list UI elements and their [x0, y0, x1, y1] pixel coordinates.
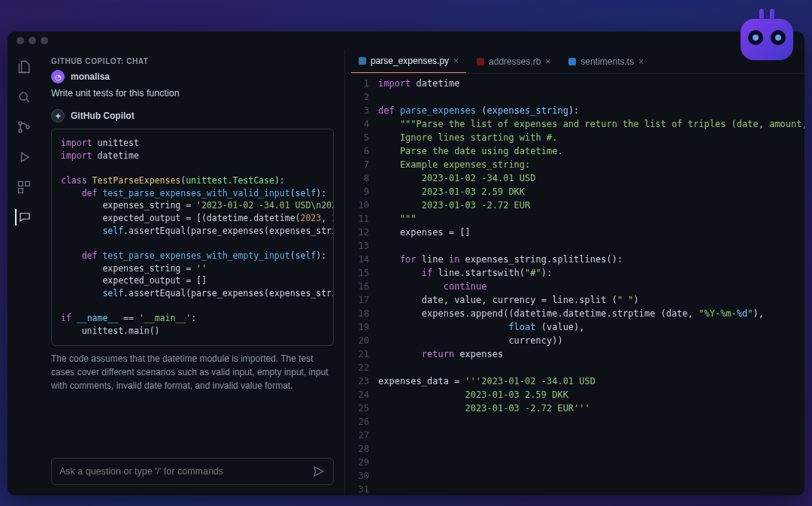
- debug-icon[interactable]: [16, 149, 32, 165]
- svg-rect-11: [19, 182, 23, 186]
- copilot-avatar-icon: ✦: [51, 109, 65, 123]
- ts-icon: [568, 58, 576, 65]
- chat-panel-title: GITHUB COPILOT: CHAT: [41, 50, 344, 70]
- extensions-icon[interactable]: [16, 179, 32, 195]
- close-icon[interactable]: ×: [545, 56, 550, 67]
- chat-user-message: ◔ monalisa Write unit tests for this fun…: [51, 70, 334, 98]
- svg-rect-13: [19, 189, 23, 193]
- source-control-icon[interactable]: [16, 119, 32, 135]
- svg-point-10: [26, 126, 29, 129]
- tab-label: addresses.rb: [489, 56, 541, 67]
- chat-input-container: [51, 458, 334, 485]
- files-icon[interactable]: [16, 59, 32, 75]
- svg-rect-12: [26, 182, 30, 186]
- copilot-mascot-icon: [729, 0, 804, 75]
- user-message-text: Write unit tests for this function: [51, 88, 334, 98]
- user-avatar-icon: ◔: [51, 70, 65, 83]
- window-minimize-dot[interactable]: [29, 37, 36, 44]
- close-icon[interactable]: ×: [453, 56, 459, 66]
- activity-bar: [8, 50, 41, 495]
- assistant-name: GitHub Copilot: [71, 111, 135, 121]
- tab-parse-expenses[interactable]: parse_expenses.py ×: [351, 50, 466, 73]
- app-window: GITHUB COPILOT: CHAT ◔ monalisa Write un…: [8, 32, 804, 495]
- window-close-dot[interactable]: [17, 37, 24, 44]
- svg-point-3: [753, 35, 759, 41]
- close-icon[interactable]: ×: [638, 56, 644, 67]
- chat-icon[interactable]: [15, 209, 32, 226]
- svg-point-8: [19, 122, 22, 125]
- chat-input[interactable]: [59, 466, 312, 477]
- svg-point-7: [20, 92, 27, 100]
- tab-label: parse_expenses.py: [371, 56, 449, 66]
- chat-panel: GITHUB COPILOT: CHAT ◔ monalisa Write un…: [41, 50, 345, 495]
- tab-label: sentiments.ts: [580, 56, 634, 67]
- titlebar: [8, 32, 804, 50]
- code-editor[interactable]: 1 2 3 4 5 6 7 8 9 10 11 12 13 14 15 16 1…: [345, 74, 804, 495]
- assistant-explanation: The code assumes that the datetime modul…: [51, 352, 334, 392]
- chat-assistant-message: ✦ GitHub Copilot import unittest import …: [51, 109, 334, 392]
- code-content[interactable]: import datetime def parse_expenses (expe…: [375, 74, 804, 495]
- assistant-code-block[interactable]: import unittest import datetime class Te…: [51, 129, 334, 346]
- tab-addresses[interactable]: addresses.rb ×: [469, 50, 558, 73]
- line-gutter: 1 2 3 4 5 6 7 8 9 10 11 12 13 14 15 16 1…: [345, 74, 375, 495]
- user-name: monalisa: [71, 71, 110, 82]
- svg-point-9: [19, 129, 22, 132]
- svg-point-4: [775, 35, 781, 41]
- search-icon[interactable]: [16, 89, 32, 105]
- editor-panel: parse_expenses.py × addresses.rb × senti…: [345, 50, 804, 495]
- send-icon[interactable]: [312, 465, 326, 478]
- window-zoom-dot[interactable]: [41, 37, 48, 44]
- svg-rect-6: [770, 9, 774, 20]
- tab-sentiments[interactable]: sentiments.ts ×: [561, 50, 651, 73]
- svg-rect-5: [759, 9, 764, 20]
- python-icon: [359, 57, 366, 65]
- ruby-icon: [477, 58, 484, 65]
